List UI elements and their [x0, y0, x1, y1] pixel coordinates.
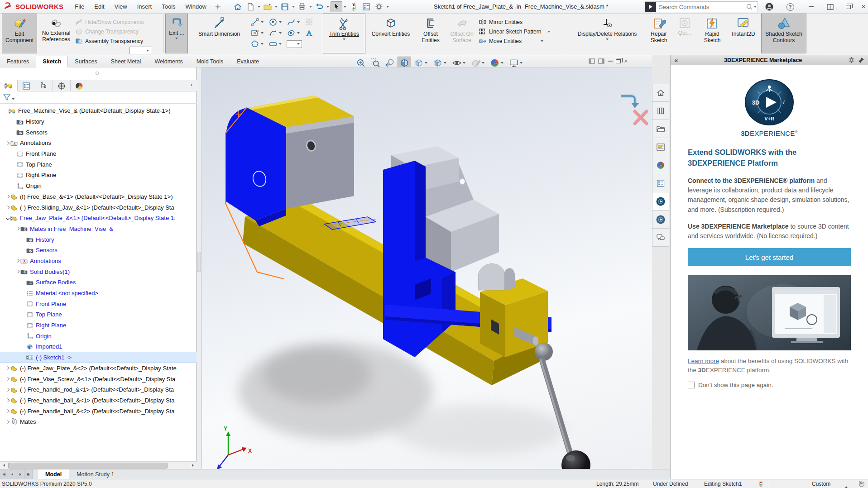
unit-dropdown-icon[interactable]	[845, 483, 848, 488]
undo-button[interactable]	[313, 1, 325, 12]
tab-nav-prev-button[interactable]	[8, 469, 16, 479]
options-list-button[interactable]	[360, 1, 372, 12]
tab-features[interactable]: Features	[0, 56, 36, 67]
arc-tool[interactable]	[269, 28, 287, 38]
tree-item[interactable]: Top Plane	[0, 159, 197, 170]
print-button[interactable]	[296, 1, 308, 12]
tree-item[interactable]: (-) Free_Vise_Screw_&<1> (Default<<Defau…	[0, 373, 197, 384]
display-delete-relations-button[interactable]: Display/Delete Relations	[571, 14, 644, 53]
tree-item[interactable]: Front Plane	[0, 148, 197, 159]
custom-properties-icon[interactable]	[652, 174, 669, 192]
tree-item[interactable]: Origin	[0, 330, 197, 341]
pane-left-icon[interactable]	[589, 58, 595, 64]
menu-file[interactable]: File	[70, 0, 89, 14]
tab-property-manager[interactable]	[18, 80, 35, 91]
home-button[interactable]	[232, 1, 244, 12]
edit-component-button[interactable]: Edit Component	[2, 14, 37, 53]
tree-item[interactable]: Annotations	[0, 138, 197, 148]
expand-panes-button[interactable]	[824, 2, 836, 12]
tab-nav-first-button[interactable]	[0, 469, 8, 479]
tree-item[interactable]: History	[0, 234, 197, 245]
motion-study-tab[interactable]: Motion Study 1	[69, 469, 122, 479]
tree-item[interactable]: Imported1	[0, 341, 197, 352]
graphics-viewport[interactable]: Y X Z	[202, 67, 652, 469]
tree-item[interactable]: Surface Bodies	[0, 277, 197, 288]
status-tag-icon[interactable]	[858, 480, 865, 488]
lets-get-started-button[interactable]: Let's get started	[688, 248, 851, 266]
search-commands-box[interactable]	[645, 1, 758, 12]
dont-show-checkbox[interactable]	[688, 382, 695, 388]
panel-collapse-dot[interactable]	[96, 72, 99, 75]
new-dropdown-icon[interactable]	[258, 6, 260, 8]
3dexperience-marketplace-tab-icon[interactable]	[652, 192, 669, 211]
tree-item-selected[interactable]: (-) Sketch1 ->	[0, 352, 197, 363]
confirmation-corner[interactable]	[621, 96, 647, 124]
panel-expand-chevron[interactable]: ›	[191, 81, 192, 88]
save-button[interactable]	[279, 1, 291, 12]
menu-window[interactable]: Window	[181, 0, 211, 14]
tree-item[interactable]: Front Plane	[0, 298, 197, 309]
smart-dimension-button[interactable]: Smart Dimension	[188, 14, 250, 53]
tree-item[interactable]: Top Plane	[0, 309, 197, 320]
save-dropdown-icon[interactable]	[292, 6, 295, 8]
collapse-panel-icon[interactable]: «	[674, 56, 678, 64]
settings-gear-button[interactable]	[373, 1, 385, 12]
tree-item[interactable]: Mates	[0, 416, 197, 427]
scroll-right-button[interactable]	[189, 462, 197, 469]
tree-item[interactable]: History	[0, 116, 197, 127]
rebuild-button[interactable]	[348, 1, 360, 12]
shaded-sketch-contours-button[interactable]: Shaded Sketch Contours	[761, 14, 806, 53]
tree-item[interactable]: Sensors	[0, 245, 197, 256]
exit-sketch-button[interactable]: Exit ...	[165, 14, 188, 53]
viewport-close-icon[interactable]: ×	[624, 57, 628, 65]
home-tab-icon[interactable]	[652, 84, 669, 102]
scroll-left-button[interactable]	[0, 462, 8, 469]
chat-tab-icon[interactable]	[652, 229, 669, 247]
tab-evaluate[interactable]: Evaluate	[230, 56, 266, 67]
tree-item[interactable]: Origin	[0, 181, 197, 191]
appearances-scenes-icon[interactable]	[652, 156, 669, 174]
repair-sketch-button[interactable]: Repair Sketch	[644, 14, 674, 53]
handle-ball[interactable]	[561, 450, 590, 469]
entity-combo[interactable]	[287, 38, 305, 49]
convert-entities-button[interactable]: Convert Entities	[365, 14, 416, 53]
learn-more-link[interactable]: Learn more	[688, 358, 719, 364]
instant2d-button[interactable]: Instant2D	[726, 14, 761, 53]
tab-nav-next-button[interactable]	[16, 469, 24, 479]
file-explorer-icon[interactable]	[652, 120, 669, 138]
text-tool[interactable]: A	[305, 28, 323, 38]
tree-item[interactable]: (-) Free_handle_rod_&<1> (Default<<Defau…	[0, 384, 197, 395]
tree-item-root[interactable]: Free_Machine_Vise_& (Default<Default_Dis…	[0, 105, 197, 116]
tab-mold-tools[interactable]: Mold Tools	[190, 56, 230, 67]
offset-on-surface-button[interactable]: Offset On Surface	[445, 14, 479, 53]
tab-surfaces[interactable]: Surfaces	[68, 56, 104, 67]
hide-show-components-button[interactable]: Hide/Show Components	[75, 17, 162, 27]
design-library-icon[interactable]	[652, 102, 669, 120]
filter-dropdown-icon[interactable]	[12, 98, 14, 100]
tree-item[interactable]: (f) Free_Base_&<1> (Default<<Default>_Di…	[0, 191, 197, 202]
polygon-tool[interactable]	[250, 38, 269, 49]
trim-entities-button[interactable]: Trim Entities	[323, 14, 365, 53]
exit-sketch-corner-icon[interactable]	[631, 103, 639, 108]
panel-splitter[interactable]	[197, 67, 202, 469]
tab-weldments[interactable]: Weldments	[148, 56, 189, 67]
user-account-icon[interactable]	[763, 2, 775, 12]
undo-dropdown-icon[interactable]	[326, 6, 329, 8]
mirror-entities-button[interactable]: Mirror Entities	[479, 17, 567, 27]
pin-panel-icon[interactable]	[858, 57, 864, 63]
close-button[interactable]: ×	[858, 2, 868, 12]
select-tool-button[interactable]	[331, 1, 342, 12]
tree-item[interactable]: (-) Free_handle_ball_&<1> (Default<<Defa…	[0, 395, 197, 406]
tab-dimxpert-manager[interactable]	[53, 80, 71, 91]
filter-icon[interactable]	[3, 93, 11, 101]
viewport-minimize-icon[interactable]	[608, 61, 613, 62]
open-dropdown-icon[interactable]	[275, 6, 278, 8]
restore-button[interactable]	[842, 2, 854, 12]
tree-item-editing[interactable]: Free_Jaw_Plate_&<1> (Default<<Default>_D…	[0, 213, 197, 224]
assembly-transparency-button[interactable]: Assembly Transparency	[75, 36, 162, 46]
3dexperience-partsupply-tab-icon[interactable]	[652, 211, 669, 229]
tree-item[interactable]: Right Plane	[0, 320, 197, 331]
search-icon[interactable]	[746, 3, 753, 10]
spline-tool[interactable]	[287, 17, 305, 28]
tab-nav-last-button[interactable]	[24, 469, 33, 479]
